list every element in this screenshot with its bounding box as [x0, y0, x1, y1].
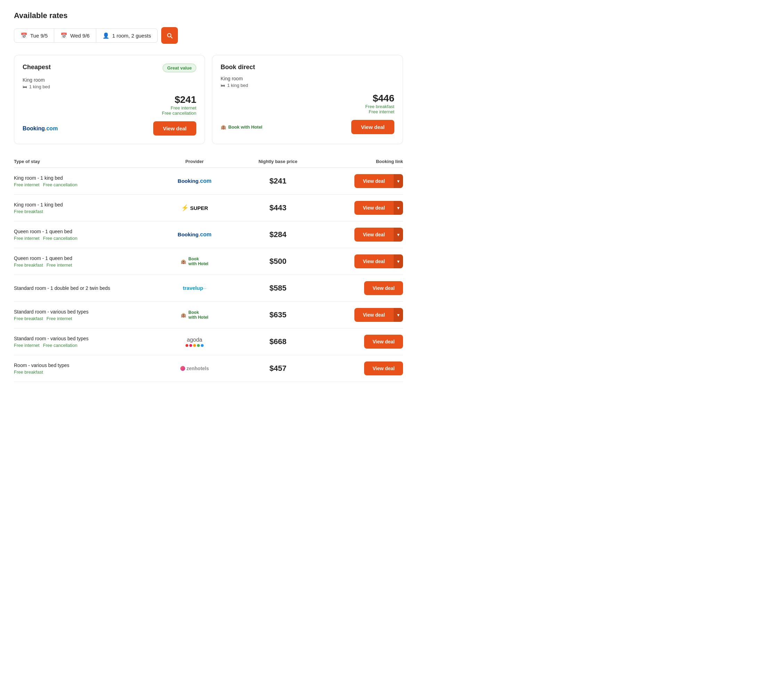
room-name: Room - various bed types: [14, 362, 153, 368]
table-row: Queen room - 1 queen bed Free breakfast …: [14, 248, 403, 275]
view-deal-group: View deal ▾: [354, 201, 403, 215]
price-cell: $443: [236, 203, 320, 212]
view-deal-group: View deal ▾: [354, 254, 403, 268]
view-deal-dropdown-button[interactable]: ▾: [393, 174, 403, 188]
perk-0: Free breakfast: [14, 369, 43, 375]
book-direct-perk2: Free internet: [365, 109, 394, 114]
search-button[interactable]: [161, 27, 178, 44]
book-direct-bed: 🛏 1 king bed: [221, 83, 394, 88]
bookwith-logo-row: 🏨 Bookwith Hotel: [181, 256, 208, 266]
room-type-cell: Room - various bed types Free breakfast: [14, 362, 153, 375]
page-title: Available rates: [14, 11, 403, 20]
room-type-cell: Standard room - various bed types Free i…: [14, 336, 153, 348]
checkout-segment[interactable]: 📅 Wed 9/6: [54, 29, 96, 43]
view-deal-dropdown-button[interactable]: ▾: [393, 254, 403, 268]
room-type-cell: King room - 1 king bed Free internet Fre…: [14, 175, 153, 187]
search-bar-group: 📅 Tue 9/5 📅 Wed 9/6 👤 1 room, 2 guests: [14, 28, 158, 43]
price-cell: $635: [236, 310, 320, 320]
search-icon: [166, 32, 173, 39]
cheapest-card: Cheapest Great value King room 🛏 1 king …: [14, 55, 205, 144]
view-deal-button[interactable]: View deal: [364, 361, 403, 375]
view-deal-dropdown-button[interactable]: ▾: [393, 201, 403, 215]
col-header-link: Booking link: [320, 159, 403, 164]
table-header: Type of stay Provider Nightly base price…: [14, 155, 403, 168]
cheapest-bed: 🛏 1 king bed: [23, 84, 196, 89]
perks: Free breakfast Free internet: [14, 316, 153, 321]
checkout-date: Wed 9/6: [70, 33, 90, 39]
cheapest-title: Cheapest: [23, 64, 51, 71]
room-type-cell: King room - 1 king bed Free breakfast: [14, 202, 153, 214]
perk-0: Free internet: [14, 182, 39, 187]
booking-link-cell: View deal ▾: [320, 228, 403, 241]
view-deal-dropdown-button[interactable]: ▾: [393, 308, 403, 322]
booking-link-cell: View deal: [320, 281, 403, 295]
perk-1: Free internet: [47, 316, 72, 321]
provider-cell: ⚡SUPER: [153, 204, 236, 211]
book-direct-view-deal-button[interactable]: View deal: [351, 120, 394, 134]
room-name: Standard room - various bed types: [14, 309, 153, 315]
perk-0: Free breakfast: [14, 209, 43, 214]
provider-cell: Booking.com: [153, 178, 236, 184]
price-cell: $457: [236, 364, 320, 373]
provider-cell: agoda: [153, 337, 236, 347]
booking-logo: Booking.com: [23, 125, 58, 132]
bookwith-logo-row2: 🏨 Bookwith Hotel: [181, 310, 208, 320]
calendar-icon: 📅: [21, 32, 28, 39]
col-header-provider: Provider: [153, 159, 236, 164]
guests-label: 1 room, 2 guests: [112, 33, 151, 39]
book-direct-perk1: Free breakfast: [365, 104, 394, 109]
view-deal-button[interactable]: View deal: [354, 228, 393, 241]
calendar-icon-2: 📅: [61, 32, 67, 39]
perks: Free internet Free cancellation: [14, 343, 153, 348]
view-deal-button[interactable]: View deal: [354, 308, 393, 322]
book-direct-price: $446: [365, 93, 394, 104]
provider-cell: Booking.com: [153, 231, 236, 238]
travelup-logo: travelup···: [183, 285, 206, 291]
book-direct-room: King room: [221, 76, 394, 81]
table-row: King room - 1 king bed Free breakfast ⚡S…: [14, 195, 403, 221]
table-row: Queen room - 1 queen bed Free internet F…: [14, 221, 403, 248]
room-name: Standard room - various bed types: [14, 336, 153, 341]
table-row: Standard room - 1 double bed or 2 twin b…: [14, 275, 403, 302]
perk-1: Free cancellation: [43, 343, 77, 348]
bolt-icon: ⚡: [181, 204, 189, 211]
hotel-icon-2: 🏨: [181, 259, 186, 264]
great-value-badge: Great value: [163, 64, 196, 72]
search-bar: 📅 Tue 9/5 📅 Wed 9/6 👤 1 room, 2 guests: [14, 27, 403, 44]
room-name: Standard room - 1 double bed or 2 twin b…: [14, 285, 153, 291]
guests-segment[interactable]: 👤 1 room, 2 guests: [96, 29, 157, 43]
room-type-cell: Queen room - 1 queen bed Free breakfast …: [14, 256, 153, 268]
bookwith-hotel-logo: 🏨 Book with Hotel: [221, 125, 262, 130]
view-deal-button[interactable]: View deal: [354, 174, 393, 188]
view-deal-dropdown-button[interactable]: ▾: [393, 228, 403, 241]
view-deal-group: View deal ▾: [354, 308, 403, 322]
perks: Free internet Free cancellation: [14, 236, 153, 241]
booking-link-cell: View deal ▾: [320, 174, 403, 188]
booking-link-cell: View deal ▾: [320, 308, 403, 322]
view-deal-button[interactable]: View deal: [364, 281, 403, 295]
table-row: Standard room - various bed types Free i…: [14, 328, 403, 355]
view-deal-button[interactable]: View deal: [364, 335, 403, 349]
provider-cell: 🏨 Bookwith Hotel: [153, 256, 236, 266]
view-deal-button[interactable]: View deal: [354, 254, 393, 268]
perk-0: Free breakfast: [14, 262, 43, 268]
view-deal-button[interactable]: View deal: [354, 201, 393, 215]
col-header-type: Type of stay: [14, 159, 153, 164]
room-name: King room - 1 king bed: [14, 202, 153, 208]
rates-table: Type of stay Provider Nightly base price…: [14, 155, 403, 382]
hotel-icon: 🏨: [221, 125, 226, 130]
provider-cell: 🏨 Bookwith Hotel: [153, 310, 236, 320]
cheapest-view-deal-button[interactable]: View deal: [153, 121, 196, 136]
bed-icon-2: 🛏: [221, 83, 225, 88]
cheapest-room: King room: [23, 77, 196, 83]
hotel-icon-3: 🏨: [181, 313, 186, 318]
book-direct-title: Book direct: [221, 64, 255, 71]
book-direct-card: Book direct King room 🛏 1 king bed $446 …: [212, 55, 403, 144]
checkin-segment[interactable]: 📅 Tue 9/5: [14, 29, 54, 43]
booking-link-cell: View deal ▾: [320, 201, 403, 215]
cheapest-price: $241: [162, 94, 196, 105]
booking-link-cell: View deal: [320, 335, 403, 349]
person-icon: 👤: [103, 32, 110, 39]
booking-logo-row2: Booking.com: [178, 231, 211, 238]
bed-icon: 🛏: [23, 84, 27, 89]
